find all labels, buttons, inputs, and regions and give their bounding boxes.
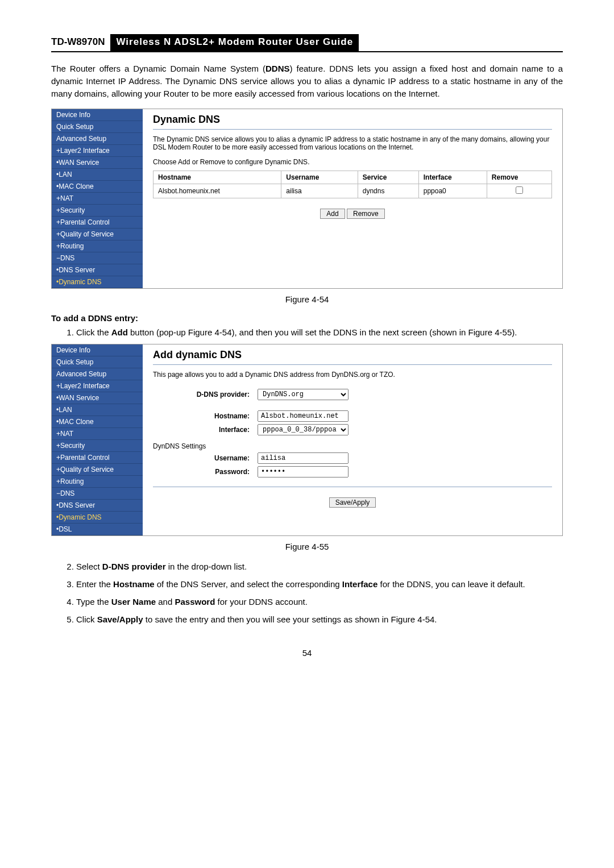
sidebar-item[interactable]: +Security [52,205,143,217]
pane-desc: This page allows you to add a Dynamic DN… [153,371,552,379]
ddns-list-pane: Dynamic DNS The Dynamic DNS service allo… [143,109,562,288]
cell-hostname: Alsbot.homeunix.net [154,184,281,198]
button-row: Save/Apply [153,497,552,508]
table-row: Alsbot.homeunix.net ailisa dyndns pppoa0 [154,184,552,198]
add-ddns-pane: Add dynamic DNS This page allows you to … [143,344,562,535]
guide-title: Wireless N ADSL2+ Modem Router User Guid… [110,34,359,51]
sidebar-item[interactable]: +Layer2 Interface [52,145,143,157]
sidebar-item[interactable]: +Quality of Service [52,464,143,476]
nav-sidebar: Device InfoQuick SetupAdvanced Setup+Lay… [52,344,143,535]
sidebar-item[interactable]: •WAN Service [52,157,143,169]
label-password: Password: [153,468,258,476]
pane-instruction: Choose Add or Remove to configure Dynami… [153,158,552,166]
divider [153,364,552,365]
sidebar-item[interactable]: Quick Setup [52,356,143,368]
sidebar-item[interactable]: •DNS Server [52,264,143,276]
steps-list: Click the Add button (pop-up Figure 4-54… [51,326,563,338]
label-interface: Interface: [153,426,258,434]
sidebar-item[interactable]: +Security [52,440,143,452]
dyndns-section-label: DynDNS Settings [153,442,552,450]
sidebar-item[interactable]: +Routing [52,240,143,252]
nav-sidebar: Device InfoQuick SetupAdvanced Setup+Lay… [52,109,143,288]
doc-header: TD-W8970N Wireless N ADSL2+ Modem Router… [51,34,563,52]
label-hostname: Hostname: [153,412,258,420]
step-4: Type the User Name and Password for your… [76,596,563,608]
cell-interface: pppoa0 [418,184,487,198]
cell-username: ailisa [281,184,358,198]
intro-pre: The Router offers a Dynamic Domain Name … [51,64,265,73]
button-row: Add Remove [153,209,552,219]
intro-ddns: DDNS [265,64,290,73]
step-5: Click Save/Apply to save the entry and t… [76,613,563,625]
interface-select[interactable]: pppoa_0_0_38/pppoa0 [258,424,349,435]
row-username: Username: [153,452,552,464]
provider-select[interactable]: DynDNS.org [258,389,349,400]
col-remove: Remove [487,171,551,184]
sidebar-item[interactable]: •LAN [52,404,143,416]
username-input[interactable] [258,452,349,464]
step-1: Click the Add button (pop-up Figure 4-54… [76,326,563,338]
divider [153,129,552,130]
cell-remove [487,184,551,198]
sidebar-item[interactable]: Advanced Setup [52,368,143,380]
sidebar-item[interactable]: •Dynamic DNS [52,512,143,524]
sidebar-item[interactable]: •MAC Clone [52,416,143,428]
sidebar-item[interactable]: Device Info [52,109,143,121]
section-heading: To add a DDNS entry: [51,313,563,323]
save-apply-button[interactable]: Save/Apply [329,497,376,508]
add-button[interactable]: Add [320,209,345,219]
sidebar-item[interactable]: •DSL [52,524,143,535]
col-interface: Interface [418,171,487,184]
figure-caption: Figure 4-54 [51,294,563,304]
sidebar-item[interactable]: +Routing [52,476,143,488]
col-hostname: Hostname [154,171,281,184]
sidebar-item[interactable]: Quick Setup [52,121,143,133]
pane-desc: The Dynamic DNS service allows you to al… [153,135,552,151]
sidebar-item[interactable]: +Quality of Service [52,229,143,240]
intro-paragraph: The Router offers a Dynamic Domain Name … [51,63,563,99]
pane-title: Dynamic DNS [153,114,552,126]
row-interface: Interface: pppoa_0_0_38/pppoa0 [153,424,552,435]
step-3: Enter the Hostname of the DNS Server, an… [76,578,563,590]
figure-4-54: Device InfoQuick SetupAdvanced Setup+Lay… [51,109,563,289]
row-provider: D-DNS provider: DynDNS.org [153,389,552,400]
sidebar-item[interactable]: +Parental Control [52,452,143,464]
row-hostname: Hostname: [153,410,552,422]
sidebar-item[interactable]: Advanced Setup [52,133,143,145]
cell-service: dyndns [358,184,418,198]
remove-button[interactable]: Remove [347,209,385,219]
sidebar-item[interactable]: +NAT [52,428,143,440]
sidebar-item[interactable]: +Parental Control [52,217,143,229]
pane-title: Add dynamic DNS [153,349,552,361]
page-number: 54 [51,648,563,658]
hostname-input[interactable] [258,410,349,422]
sidebar-item[interactable]: •Dynamic DNS [52,276,143,288]
col-username: Username [281,171,358,184]
sidebar-item[interactable]: •WAN Service [52,392,143,404]
sidebar-item[interactable]: •LAN [52,169,143,181]
model-number: TD-W8970N [51,34,110,51]
ddns-table: Hostname Username Service Interface Remo… [153,171,552,198]
table-header-row: Hostname Username Service Interface Remo… [154,171,552,184]
figure-4-55: Device InfoQuick SetupAdvanced Setup+Lay… [51,344,563,536]
steps-list-cont: Select D-DNS provider in the drop-down l… [51,560,563,625]
remove-checkbox[interactable] [516,186,523,194]
label-provider: D-DNS provider: [153,391,258,398]
label-username: Username: [153,454,258,462]
sidebar-item[interactable]: •DNS Server [52,500,143,512]
sidebar-item[interactable]: Device Info [52,344,143,356]
col-service: Service [358,171,418,184]
sidebar-item[interactable]: +NAT [52,193,143,205]
figure-caption: Figure 4-55 [51,542,563,551]
divider [153,487,552,487]
sidebar-item[interactable]: +Layer2 Interface [52,380,143,392]
step-2: Select D-DNS provider in the drop-down l… [76,560,563,572]
sidebar-item[interactable]: −DNS [52,252,143,264]
sidebar-item[interactable]: −DNS [52,488,143,500]
sidebar-item[interactable]: •MAC Clone [52,181,143,193]
row-password: Password: [153,466,552,477]
password-input[interactable] [258,466,349,477]
